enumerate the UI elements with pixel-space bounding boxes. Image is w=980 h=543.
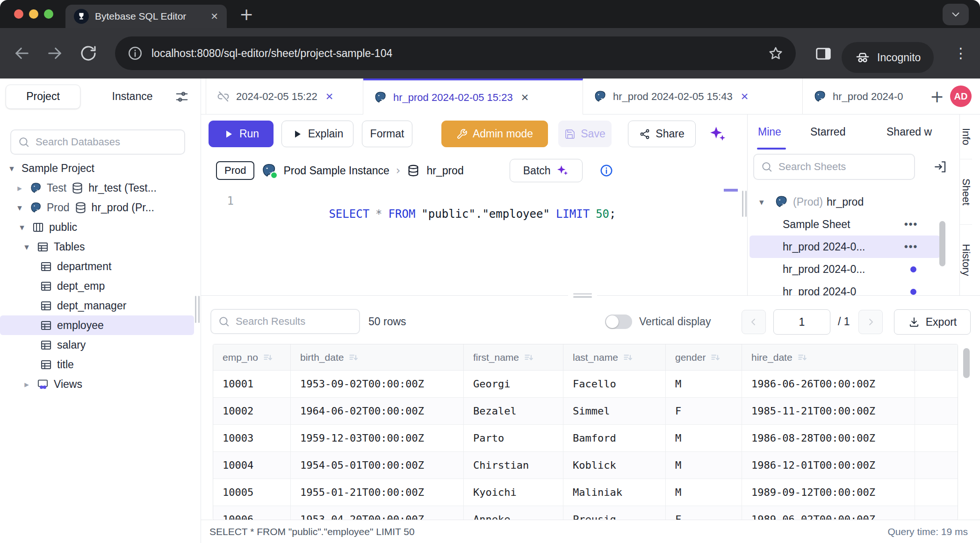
sheet-item[interactable]: Sample Sheet•••: [748, 213, 959, 236]
sheet-list-scrollbar[interactable]: [939, 221, 945, 266]
table-row[interactable]: 100061953-04-20T00:00:00ZAnnekePreusigF1…: [213, 506, 958, 520]
table-cell[interactable]: M: [666, 425, 742, 451]
chevron-down-icon[interactable]: ▾: [759, 197, 771, 207]
tab-info[interactable]: Info: [960, 114, 972, 159]
tree-item-database-test[interactable]: ▸Testhr_test (Test...: [0, 178, 201, 198]
column-header[interactable]: emp_no: [213, 344, 291, 370]
sheet-group-row[interactable]: ▾ (Prod) hr_prod: [748, 191, 959, 213]
chevron-down-icon[interactable]: ▾: [7, 163, 17, 173]
table-cell[interactable]: M: [666, 452, 742, 479]
table-cell[interactable]: Facello: [563, 371, 666, 397]
results-scrollbar[interactable]: [963, 348, 970, 378]
tree-item-database-prod[interactable]: ▾Prodhr_prod (Pr...: [0, 198, 201, 217]
database-search-input[interactable]: [36, 136, 178, 148]
minimap-slider[interactable]: [724, 189, 738, 192]
site-info-icon[interactable]: [127, 45, 143, 61]
tree-item-table-dept-emp[interactable]: dept_emp: [0, 276, 201, 296]
table-cell[interactable]: 10006: [213, 506, 291, 520]
chevron-right-icon[interactable]: ▸: [14, 183, 25, 193]
run-button[interactable]: Run: [209, 121, 274, 147]
window-close-button[interactable]: [14, 9, 23, 19]
tab-close-icon[interactable]: ✕: [741, 91, 749, 102]
sort-icon[interactable]: [710, 352, 721, 363]
table-cell[interactable]: Georgi: [464, 371, 563, 397]
tree-item-tables-group[interactable]: ▾Tables: [0, 237, 201, 257]
table-cell[interactable]: Bezalel: [464, 398, 563, 424]
table-cell[interactable]: 1986-08-28T00:00:00Z: [742, 425, 915, 451]
save-button[interactable]: Save: [558, 121, 612, 147]
table-cell[interactable]: 10001: [213, 371, 291, 397]
table-cell[interactable]: Simmel: [563, 398, 666, 424]
table-cell[interactable]: Chirstian: [464, 452, 563, 479]
info-icon[interactable]: [599, 164, 613, 178]
browser-tab-close-icon[interactable]: ✕: [210, 11, 218, 22]
column-header[interactable]: birth_date: [291, 344, 464, 370]
table-cell[interactable]: 1959-12-03T00:00:00Z: [291, 425, 464, 451]
sort-icon[interactable]: [348, 352, 359, 363]
chevron-right-icon[interactable]: ▸: [22, 379, 32, 389]
table-row[interactable]: 100011953-09-02T00:00:00ZGeorgiFacelloM1…: [213, 371, 958, 398]
ai-sparkles-icon[interactable]: [708, 125, 727, 143]
tree-item-table-dept-manager[interactable]: dept_manager: [0, 296, 201, 315]
address-bar[interactable]: localhost:8080/sql-editor/sheet/project-…: [115, 36, 796, 70]
back-icon[interactable]: [12, 43, 32, 63]
editor-tab-3[interactable]: hr_prod 2024-02-05 15:43 ✕: [583, 79, 803, 114]
table-cell[interactable]: M: [666, 371, 742, 397]
batch-button[interactable]: Batch: [510, 159, 583, 182]
tree-item-schema-public[interactable]: ▾public: [0, 217, 201, 237]
sql-code-editor[interactable]: 1 SELECT*FROM"public"."employee"LIMIT50;: [201, 187, 747, 295]
environment-badge[interactable]: Prod: [216, 161, 254, 180]
table-cell[interactable]: 1954-05-01T00:00:00Z: [291, 452, 464, 479]
window-zoom-button[interactable]: [44, 9, 53, 19]
user-avatar[interactable]: AD: [950, 86, 972, 107]
table-cell[interactable]: 10004: [213, 452, 291, 479]
table-row[interactable]: 100051955-01-21T00:00:00ZKyoichiMaliniak…: [213, 479, 958, 506]
sheet-item-selected[interactable]: hr_prod 2024-0...•••: [749, 236, 940, 258]
prev-page-button[interactable]: [742, 310, 766, 334]
table-cell[interactable]: Bamford: [563, 425, 666, 451]
tree-item-table-salary[interactable]: salary: [0, 335, 201, 355]
sql-statement[interactable]: SELECT*FROM"public"."employee"LIMIT50;: [248, 194, 616, 234]
table-cell[interactable]: 1964-06-02T00:00:00Z: [291, 398, 464, 424]
sheet-item[interactable]: hr_prod 2024-0...: [748, 258, 959, 280]
new-tab-button[interactable]: +: [236, 4, 257, 24]
reload-icon[interactable]: [79, 43, 98, 63]
chevron-down-icon[interactable]: ▾: [14, 202, 25, 213]
tree-item-table-title[interactable]: title: [0, 355, 201, 374]
sort-icon[interactable]: [524, 352, 534, 363]
table-cell[interactable]: Koblick: [563, 452, 666, 479]
table-row[interactable]: 100041954-05-01T00:00:00ZChirstianKoblic…: [213, 452, 958, 479]
table-cell[interactable]: F: [666, 506, 742, 520]
chevron-down-icon[interactable]: ▾: [22, 242, 32, 252]
table-row[interactable]: 100031959-12-03T00:00:00ZPartoBamfordM19…: [213, 425, 958, 452]
share-button[interactable]: Share: [628, 121, 696, 147]
panel-resize-handle[interactable]: [742, 191, 747, 217]
table-cell[interactable]: F: [666, 398, 742, 424]
tab-sheet[interactable]: Sheet: [960, 159, 972, 225]
results-resize-handle[interactable]: [568, 290, 597, 300]
table-cell[interactable]: 1985-11-21T00:00:00Z: [742, 398, 915, 424]
explain-button[interactable]: Explain: [281, 121, 353, 147]
database-name[interactable]: hr_prod: [426, 164, 463, 177]
table-cell[interactable]: Kyoichi: [464, 479, 563, 506]
column-header[interactable]: hire_date: [742, 344, 915, 370]
editor-tab-2-active[interactable]: hr_prod 2024-02-05 15:23 ✕: [363, 79, 583, 114]
table-cell[interactable]: 1953-09-02T00:00:00Z: [291, 371, 464, 397]
editor-tab-4[interactable]: hr_prod 2024-0: [803, 79, 917, 114]
tab-search-button[interactable]: [943, 4, 969, 25]
new-sheet-tab-button[interactable]: +: [927, 86, 947, 107]
tab-close-icon[interactable]: ✕: [325, 91, 334, 102]
bookmark-star-icon[interactable]: [768, 45, 784, 61]
table-cell[interactable]: Preusig: [563, 506, 666, 520]
tab-history[interactable]: History: [960, 225, 972, 295]
results-search-input[interactable]: [236, 315, 353, 328]
more-actions-icon[interactable]: •••: [904, 241, 918, 253]
tab-project[interactable]: Project: [6, 85, 80, 109]
tree-item-table-employee[interactable]: employee: [0, 315, 194, 335]
sheet-search-input[interactable]: [778, 161, 908, 173]
filter-settings-icon[interactable]: [175, 90, 189, 104]
tab-starred[interactable]: Starred: [810, 114, 845, 150]
column-header[interactable]: first_name: [464, 344, 563, 370]
chevron-down-icon[interactable]: ▾: [17, 222, 27, 232]
tab-instance[interactable]: Instance: [97, 90, 167, 103]
